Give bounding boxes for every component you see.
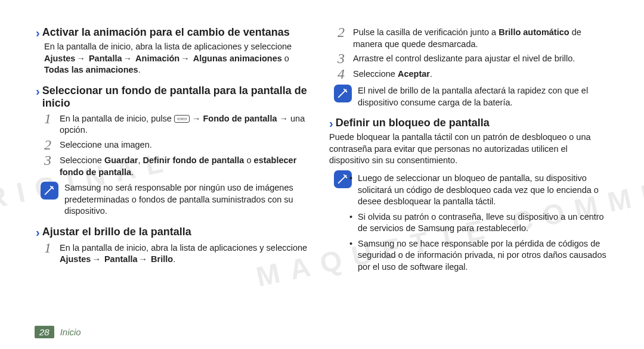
step-row: 3 Seleccione Guardar, Definir fondo de p… (42, 153, 315, 178)
step-text: En la pantalla de inicio, pulse ▭▭ → Fon… (60, 111, 315, 136)
note: Luego de seleccionar un bloqueo de panta… (334, 170, 608, 279)
footer-section-label: Inicio (60, 327, 81, 337)
section-title: Seleccionar un fondo de pantalla para la… (42, 85, 315, 110)
step-number: 1 (42, 241, 54, 255)
bullet-item: Si olvida su patrón o contraseña, lleve … (358, 211, 608, 235)
bullet-item: Luego de seleccionar un bloqueo de panta… (358, 173, 608, 208)
step-row: 3 Arrastre el control deslizante para aj… (335, 51, 608, 66)
page-number: 28 (35, 326, 54, 338)
step-text: Seleccione Aceptar. (353, 67, 432, 80)
step-text: Pulse la casilla de verificación junto a… (353, 25, 608, 50)
paragraph: Puede bloquear la pantalla táctil con un… (329, 132, 608, 167)
step-number: 3 (42, 153, 54, 167)
chevron-right-icon: › (36, 26, 40, 40)
paragraph: En la pantalla de inicio, abra la lista … (44, 41, 315, 76)
step-row: 2 Pulse la casilla de verificación junto… (335, 25, 608, 50)
left-column: › Activar la animación para el cambio de… (36, 24, 315, 349)
step-number: 3 (335, 51, 347, 66)
bullet-item: Samsung no se hace responsable por la pé… (358, 238, 608, 273)
note-text: Samsung no será responsable por ningún u… (64, 182, 315, 217)
step-text: Arrastre el control deslizante para ajus… (353, 51, 575, 65)
step-row: 1 En la pantalla de inicio, pulse ▭▭ → F… (42, 111, 315, 136)
section-title: Ajustar el brillo de la pantalla (42, 226, 191, 239)
chevron-right-icon: › (36, 85, 40, 98)
note-icon (41, 182, 58, 200)
step-number: 4 (335, 67, 347, 81)
step-text: En la pantalla de inicio, abra la lista … (60, 241, 315, 266)
note-text: El nivel de brillo de la pantalla afecta… (358, 85, 608, 108)
note: Samsung no será responsable por ningún u… (41, 182, 315, 217)
step-text: Seleccione Guardar, Definir fondo de pan… (60, 153, 315, 178)
step-row: 4 Seleccione Aceptar. (335, 67, 608, 81)
note: El nivel de brillo de la pantalla afecta… (334, 85, 608, 108)
menu-key-icon: ▭▭ (174, 115, 190, 123)
chevron-right-icon: › (36, 226, 40, 239)
step-number: 2 (42, 138, 54, 152)
step-row: 2 Seleccione una imagen. (42, 138, 315, 152)
chevron-right-icon: › (329, 117, 333, 130)
step-number: 1 (42, 111, 54, 126)
section-title: Activar la animación para el cambio de v… (42, 26, 290, 39)
section-title: Definir un bloqueo de pantalla (336, 117, 490, 130)
right-column: 2 Pulse la casilla de verificación junto… (329, 24, 608, 349)
page-footer: 28 Inicio (35, 326, 81, 338)
step-text: Seleccione una imagen. (60, 138, 152, 151)
step-number: 2 (335, 25, 347, 39)
note-icon (334, 85, 352, 102)
step-row: 1 En la pantalla de inicio, abra la list… (42, 241, 315, 266)
